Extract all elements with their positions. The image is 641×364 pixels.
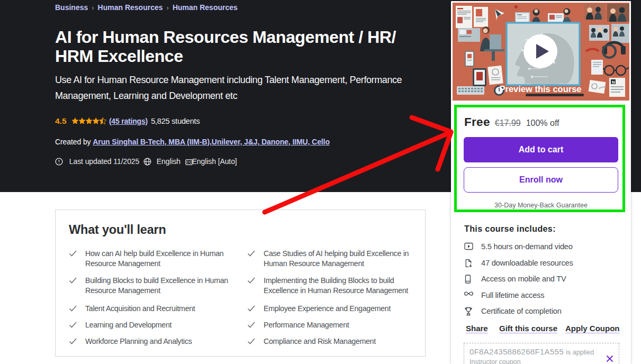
svg-text:Preview this course: Preview this course (500, 84, 582, 94)
svg-text:N: N (612, 80, 615, 85)
